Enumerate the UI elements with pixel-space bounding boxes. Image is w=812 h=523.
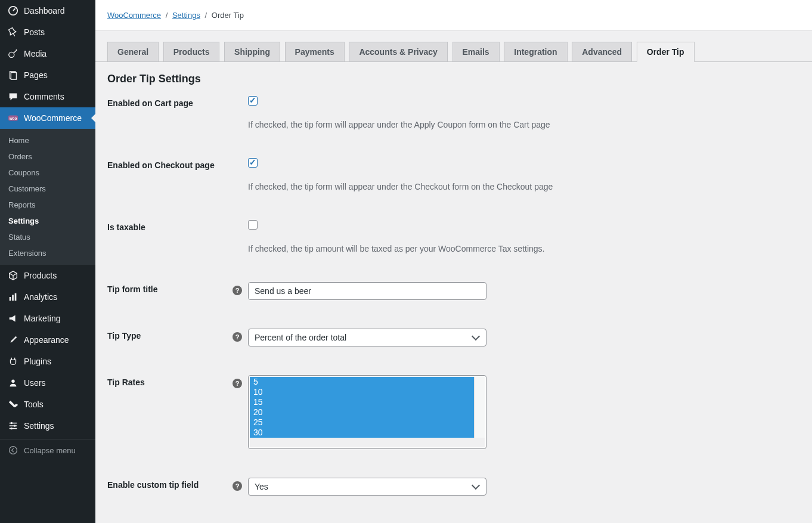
sidebar-item-posts[interactable]: Posts: [0, 21, 95, 43]
svg-rect-3: [11, 73, 16, 80]
tab-accounts-privacy[interactable]: Accounts & Privacy: [349, 42, 448, 61]
submenu-home[interactable]: Home: [0, 132, 95, 148]
svg-text:woo: woo: [9, 116, 17, 120]
wrench-icon: [7, 398, 19, 410]
svg-point-10: [11, 422, 13, 425]
collapse-icon: [7, 444, 19, 456]
sidebar-item-label: WooCommerce: [24, 113, 82, 123]
sidebar-item-media[interactable]: Media: [0, 43, 95, 64]
sidebar-item-label: Users: [24, 378, 46, 388]
tab-general[interactable]: General: [107, 42, 159, 61]
breadcrumb: WooCommerce / Settings / Order Tip: [95, 0, 812, 31]
sidebar-item-analytics[interactable]: Analytics: [0, 286, 95, 308]
label-tip-rates: Tip Rates: [107, 375, 233, 387]
help-icon[interactable]: ?: [233, 379, 242, 388]
scrollbar[interactable]: [474, 377, 485, 438]
select-enable-custom[interactable]: Yes: [248, 478, 486, 496]
woocommerce-submenu: Home Orders Coupons Customers Reports Se…: [0, 129, 95, 265]
sidebar-item-label: Tools: [24, 400, 44, 409]
page-title: Order Tip Settings: [107, 73, 800, 85]
help-icon[interactable]: ?: [233, 332, 242, 342]
desc-enabled-checkout: If checked, the tip form will appear und…: [248, 182, 553, 191]
sidebar-item-marketing[interactable]: Marketing: [0, 308, 95, 329]
settings-form: Order Tip Settings Enabled on Cart page …: [95, 62, 812, 523]
tab-products[interactable]: Products: [163, 42, 220, 61]
select-tip-type[interactable]: Percent of the order total: [248, 329, 486, 346]
collapse-label: Collapse menu: [24, 446, 76, 455]
sidebar-item-products[interactable]: Products: [0, 265, 95, 286]
settings-tabs: General Products Shipping Payments Accou…: [95, 31, 812, 62]
sidebar-item-settings[interactable]: Settings: [0, 415, 95, 437]
help-icon[interactable]: ?: [233, 481, 242, 491]
dashboard-icon: [7, 5, 19, 17]
sidebar-item-label: Posts: [24, 27, 45, 37]
row-enable-custom: Enable custom tip field ? Yes: [107, 478, 800, 496]
row-enabled-cart: Enabled on Cart page If checked, the tip…: [107, 96, 800, 129]
sidebar-item-pages[interactable]: Pages: [0, 64, 95, 86]
tab-advanced[interactable]: Advanced: [572, 42, 632, 61]
tab-emails[interactable]: Emails: [453, 42, 500, 61]
checkbox-is-taxable[interactable]: [248, 220, 258, 230]
row-tip-type: Tip Type ? Percent of the order total: [107, 329, 800, 346]
sidebar-item-label: Settings: [24, 421, 54, 431]
input-tip-title[interactable]: [248, 282, 486, 300]
breadcrumb-woocommerce[interactable]: WooCommerce: [107, 11, 161, 20]
submenu-customers[interactable]: Customers: [0, 181, 95, 197]
multiselect-tip-rates[interactable]: 5 10 15 20 25 30: [248, 375, 486, 449]
submenu-extensions[interactable]: Extensions: [0, 245, 95, 261]
sidebar-item-woocommerce[interactable]: woo WooCommerce: [0, 107, 95, 129]
help-icon[interactable]: ?: [233, 286, 242, 295]
svg-rect-8: [15, 293, 17, 301]
sidebar-item-label: Dashboard: [24, 6, 65, 16]
tip-rate-option[interactable]: 10: [250, 387, 474, 397]
label-tip-title: Tip form title: [107, 282, 233, 294]
tip-rate-option[interactable]: 25: [250, 417, 474, 428]
multiselect-footer: [250, 438, 485, 447]
sidebar-item-tools[interactable]: Tools: [0, 394, 95, 415]
tab-payments[interactable]: Payments: [285, 42, 345, 61]
sidebar-item-appearance[interactable]: Appearance: [0, 329, 95, 351]
sidebar-item-users[interactable]: Users: [0, 372, 95, 394]
tip-rate-option[interactable]: 15: [250, 397, 474, 407]
sidebar-item-dashboard[interactable]: Dashboard: [0, 0, 95, 21]
collapse-menu[interactable]: Collapse menu: [0, 439, 95, 461]
tab-shipping[interactable]: Shipping: [224, 42, 280, 61]
label-tip-type: Tip Type: [107, 329, 233, 341]
sidebar-item-plugins[interactable]: Plugins: [0, 351, 95, 372]
checkbox-enabled-cart[interactable]: [248, 96, 258, 106]
sidebar-item-label: Media: [24, 49, 47, 58]
tab-integration[interactable]: Integration: [504, 42, 567, 61]
tip-rate-option[interactable]: 20: [250, 407, 474, 417]
submenu-orders[interactable]: Orders: [0, 148, 95, 165]
label-enabled-cart: Enabled on Cart page: [107, 96, 233, 108]
svg-point-12: [11, 428, 13, 430]
tab-order-tip[interactable]: Order Tip: [637, 42, 695, 62]
breadcrumb-sep: /: [205, 11, 207, 20]
breadcrumb-current: Order Tip: [212, 11, 244, 20]
sidebar-item-label: Pages: [24, 70, 48, 80]
breadcrumb-sep: /: [166, 11, 168, 20]
sidebar-item-label: Plugins: [24, 357, 51, 366]
comment-icon: [7, 91, 19, 103]
sidebar-item-label: Analytics: [24, 292, 57, 302]
sidebar-item-label: Products: [24, 271, 57, 280]
sidebar-item-label: Marketing: [24, 314, 60, 323]
admin-sidebar: Dashboard Posts Media Pages Comments woo…: [0, 0, 95, 523]
row-enabled-checkout: Enabled on Checkout page If checked, the…: [107, 158, 800, 191]
tip-rate-option[interactable]: 5: [250, 377, 474, 387]
svg-point-13: [10, 447, 17, 454]
svg-point-9: [11, 380, 14, 383]
megaphone-icon: [7, 312, 19, 324]
pin-icon: [7, 26, 19, 38]
sidebar-item-label: Appearance: [24, 335, 69, 345]
submenu-settings[interactable]: Settings: [0, 213, 95, 229]
submenu-coupons[interactable]: Coupons: [0, 165, 95, 181]
sidebar-item-comments[interactable]: Comments: [0, 86, 95, 107]
woocommerce-icon: woo: [7, 112, 19, 124]
tip-rate-option[interactable]: 30: [250, 428, 474, 438]
submenu-reports[interactable]: Reports: [0, 197, 95, 213]
checkbox-enabled-checkout[interactable]: [248, 158, 258, 168]
breadcrumb-settings[interactable]: Settings: [172, 11, 200, 20]
row-tip-rates: Tip Rates ? 5 10 15 20 25 30: [107, 375, 800, 449]
submenu-status[interactable]: Status: [0, 229, 95, 245]
